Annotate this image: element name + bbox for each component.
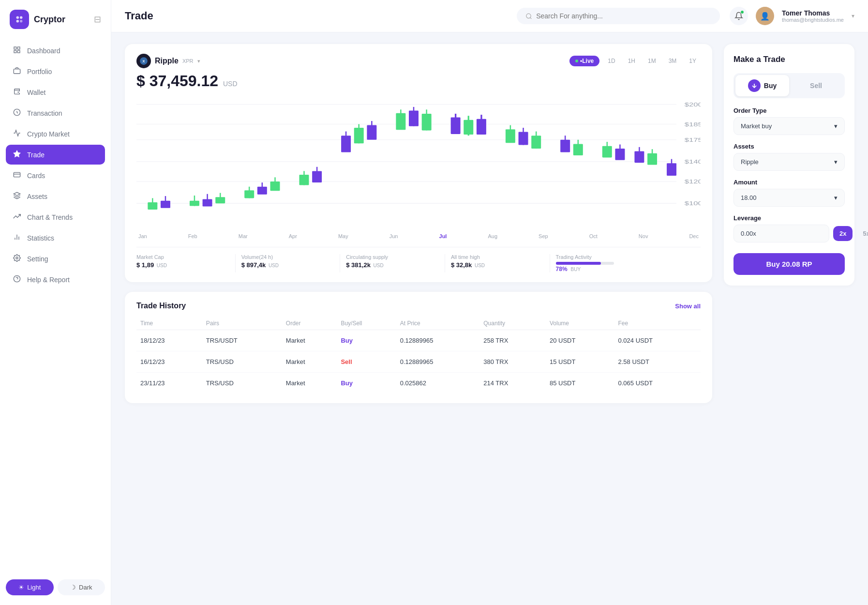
help-icon bbox=[13, 275, 21, 284]
search-input[interactable] bbox=[536, 12, 711, 20]
cell-pairs: TRS/USDT bbox=[202, 330, 282, 351]
trade-label: Trade bbox=[27, 151, 45, 159]
chart-trends-label: Chart & Trends bbox=[27, 213, 73, 221]
time-btn-3m[interactable]: 3M bbox=[664, 56, 681, 66]
svg-rect-83 bbox=[573, 144, 583, 155]
dashboard-label: Dashboard bbox=[27, 47, 60, 55]
sidebar-item-portfolio[interactable]: Portfolio bbox=[6, 61, 105, 81]
cell-order: Market bbox=[282, 351, 337, 373]
svg-text:$185: $185 bbox=[685, 121, 701, 127]
sell-label: Sell bbox=[810, 82, 822, 90]
activity-percentage: 78% BUY bbox=[556, 265, 695, 272]
cell-pairs: TRS/USD bbox=[202, 373, 282, 394]
buy-action-button[interactable]: Buy 20.08 RP bbox=[733, 253, 845, 275]
svg-rect-5 bbox=[17, 47, 20, 49]
sidebar-item-cards[interactable]: Cards bbox=[6, 166, 105, 185]
user-email: thomas@brightstudios.me bbox=[782, 17, 844, 23]
stat-trading-activity: Trading Activity 78% BUY bbox=[550, 254, 701, 272]
leverage-5x-button[interactable]: 5x bbox=[856, 226, 868, 241]
history-table-body: 18/12/23 TRS/USDT Market Buy 0.12889965 … bbox=[136, 330, 701, 394]
cell-atprice: 0.12889965 bbox=[396, 351, 480, 373]
make-trade-card: Make a Trade Buy Sell Order Type bbox=[724, 44, 854, 286]
sidebar-item-setting[interactable]: Setting bbox=[6, 249, 105, 269]
right-panel: Make a Trade Buy Sell Order Type bbox=[724, 44, 854, 593]
sidebar: Cryptor ⊟ Dashboard Portfolio Wallet bbox=[0, 0, 111, 605]
order-type-select[interactable]: Market buy ▾ bbox=[733, 117, 845, 135]
stat-volume: Volume(24 h) $ 897,4k USD bbox=[236, 254, 341, 272]
time-btn-1h[interactable]: 1H bbox=[624, 56, 640, 66]
svg-rect-51 bbox=[270, 182, 280, 191]
svg-line-21 bbox=[530, 17, 532, 19]
svg-point-2 bbox=[16, 20, 19, 22]
search-icon bbox=[525, 13, 532, 20]
search-bar[interactable] bbox=[517, 8, 720, 24]
user-name: Tomer Thomas bbox=[782, 9, 844, 17]
high-label: All time high bbox=[451, 254, 544, 260]
app-name: Cryptor bbox=[34, 15, 65, 25]
svg-point-9 bbox=[18, 92, 18, 92]
sell-toggle-button[interactable]: Sell bbox=[789, 75, 843, 96]
sidebar-item-assets[interactable]: Assets bbox=[6, 186, 105, 206]
coin-selector[interactable]: X Ripple XPR ▾ bbox=[136, 54, 200, 68]
portfolio-label: Portfolio bbox=[27, 68, 52, 76]
chart-x-labels: Jan Feb Mar Apr May Jun Jul Aug Sep Oct … bbox=[136, 233, 701, 239]
cell-order: Market bbox=[282, 330, 337, 351]
svg-rect-63 bbox=[396, 113, 405, 130]
sidebar-toggle-icon[interactable]: ⊟ bbox=[94, 14, 101, 25]
time-btn-1m[interactable]: 1M bbox=[644, 56, 660, 66]
leverage-group: Leverage 2x 5x 10x bbox=[733, 214, 845, 242]
col-fee: Fee bbox=[614, 317, 701, 330]
sidebar-item-help[interactable]: Help & Report bbox=[6, 270, 105, 289]
light-theme-button[interactable]: ☀ Light bbox=[6, 579, 54, 595]
activity-label: Trading Activity bbox=[556, 254, 695, 260]
show-all-button[interactable]: Show all bbox=[675, 302, 701, 310]
svg-rect-12 bbox=[14, 172, 20, 177]
sidebar-item-statistics[interactable]: Statistics bbox=[6, 228, 105, 248]
dashboard-icon bbox=[13, 46, 21, 55]
chart-area: $200 $185 $175 $140 $120 $100 bbox=[136, 94, 701, 229]
svg-rect-87 bbox=[615, 149, 625, 160]
chevron-down-icon[interactable]: ▾ bbox=[852, 13, 854, 19]
sidebar-item-transaction[interactable]: Transaction bbox=[6, 103, 105, 123]
price-value: $ 37,459.12 bbox=[136, 72, 218, 90]
leverage-2x-button[interactable]: 2x bbox=[833, 226, 853, 241]
buy-arrow-icon bbox=[748, 79, 761, 92]
live-dot bbox=[575, 60, 578, 62]
amount-label: Amount bbox=[733, 179, 845, 186]
make-trade-title: Make a Trade bbox=[733, 55, 845, 64]
volume-label: Volume(24 h) bbox=[241, 254, 334, 260]
svg-rect-91 bbox=[647, 153, 657, 165]
coin-ticker: XPR bbox=[182, 58, 194, 64]
svg-rect-47 bbox=[244, 190, 254, 198]
sidebar-item-dashboard[interactable]: Dashboard bbox=[6, 41, 105, 60]
sidebar-item-wallet[interactable]: Wallet bbox=[6, 82, 105, 102]
dark-theme-button[interactable]: ☽ Dark bbox=[58, 579, 105, 595]
statistics-icon bbox=[13, 233, 21, 242]
trade-panel: X Ripple XPR ▾ •Live 1D 1H bbox=[125, 44, 712, 593]
svg-text:$100: $100 bbox=[685, 200, 701, 206]
buy-toggle-button[interactable]: Buy bbox=[735, 75, 789, 96]
chart-header: X Ripple XPR ▾ •Live 1D 1H bbox=[136, 54, 701, 68]
svg-rect-81 bbox=[560, 140, 570, 152]
svg-rect-39 bbox=[161, 201, 170, 208]
svg-rect-6 bbox=[14, 50, 16, 53]
notification-button[interactable] bbox=[730, 7, 748, 25]
time-btn-1y[interactable]: 1Y bbox=[685, 56, 701, 66]
assets-select[interactable]: Ripple ▾ bbox=[733, 153, 845, 171]
amount-select[interactable]: 18.00 ▾ bbox=[733, 189, 845, 207]
cell-fee: 0.024 USDT bbox=[614, 330, 701, 351]
leverage-input[interactable] bbox=[733, 225, 829, 242]
cell-volume: 15 USDT bbox=[546, 351, 614, 373]
sidebar-item-chart-trends[interactable]: Chart & Trends bbox=[6, 207, 105, 227]
crypto-market-label: Crypto Market bbox=[27, 130, 70, 138]
chart-trends-icon bbox=[13, 212, 21, 222]
cell-atprice: 0.025862 bbox=[396, 373, 480, 394]
svg-rect-57 bbox=[341, 136, 351, 152]
cell-time: 23/11/23 bbox=[136, 373, 202, 394]
cell-time: 18/12/23 bbox=[136, 330, 202, 351]
time-btn-1d[interactable]: 1D bbox=[603, 56, 619, 66]
sidebar-item-trade[interactable]: Trade bbox=[6, 145, 105, 165]
sidebar-item-crypto-market[interactable]: Crypto Market bbox=[6, 124, 105, 144]
svg-rect-75 bbox=[506, 129, 515, 143]
cell-pairs: TRS/USD bbox=[202, 351, 282, 373]
